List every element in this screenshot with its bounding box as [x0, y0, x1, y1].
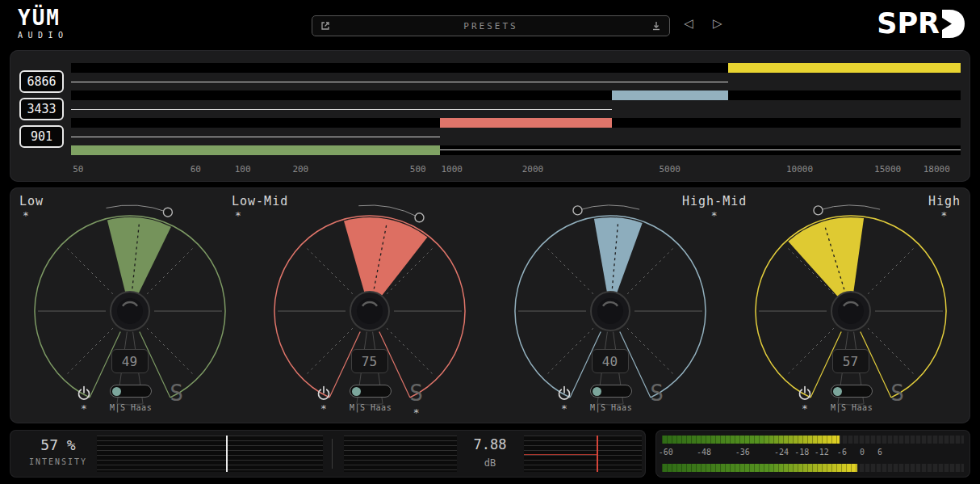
band-track-low[interactable]: [71, 145, 961, 155]
band-dial-high-mid: 40 * M|S Haas S: [490, 187, 730, 423]
crossover-freq-box-high[interactable]: 6866: [19, 70, 64, 93]
spread-value-high-mid[interactable]: 40: [592, 349, 629, 373]
header-bar: YÜM AUDIO PRESETS ◁ ▷ SPR: [0, 0, 980, 50]
ms-haas-toggle[interactable]: [350, 385, 392, 398]
meter-scale-label: 0: [860, 448, 865, 457]
crossover-freq-value: 6866: [27, 74, 56, 89]
solo-button[interactable]: S: [650, 382, 664, 405]
frequency-tick: 60: [191, 164, 201, 175]
spread-dials-panel: Low * Low-Mid * High-Mid * High * 49: [10, 187, 970, 423]
band-segment-low[interactable]: [71, 145, 440, 155]
next-preset-button[interactable]: ▷: [713, 18, 722, 30]
band-dial-low-mid: 75 * M|S Haas S *: [249, 187, 489, 423]
frequency-tick: 15000: [874, 164, 901, 175]
output-meter-panel: -60 -48 -36 -24 -18 -12 -6 0 6: [655, 430, 970, 478]
gain-slider-handle[interactable]: [597, 436, 598, 472]
power-star: *: [561, 403, 567, 414]
spread-value-low[interactable]: 49: [111, 349, 149, 373]
frequency-tick: 5000: [659, 164, 681, 175]
crossover-guide-line: [71, 82, 728, 82]
ms-haas-toggle[interactable]: [831, 385, 873, 398]
band-dial-low: 49 * M|S Haas S: [10, 187, 249, 423]
presets-bar[interactable]: PRESETS: [312, 15, 670, 36]
crossover-freq-value: 901: [31, 129, 52, 144]
power-star: *: [802, 403, 808, 414]
power-star: *: [320, 403, 327, 414]
export-preset-icon[interactable]: [319, 19, 332, 32]
power-button[interactable]: [797, 385, 813, 401]
logo-text: YÜM: [18, 7, 69, 28]
frequency-crossover-panel: 6866 3433 901 50 60 100 200 500: [10, 50, 970, 182]
footer-controls: 57 % INTENSITY 7.88 dB: [10, 430, 646, 478]
intensity-label: INTENSITY: [21, 457, 95, 466]
meter-scale: -60 -48 -36 -24 -18 -12 -6 0 6: [662, 445, 964, 461]
toggle-labels: M|S Haas: [110, 403, 152, 412]
crossover-freq-box-low[interactable]: 901: [19, 125, 64, 148]
gain-slider-right[interactable]: [524, 436, 642, 472]
yum-audio-logo: YÜM AUDIO: [18, 7, 69, 40]
prev-preset-button[interactable]: ◁: [684, 18, 693, 30]
intensity-value: 57 %: [21, 436, 95, 453]
meter-scale-label: -6: [837, 448, 847, 457]
intensity-slider[interactable]: [97, 436, 323, 472]
power-button[interactable]: [76, 385, 92, 401]
power-star: *: [81, 403, 87, 414]
power-button[interactable]: [556, 385, 572, 401]
sprd-plugin-window: YÜM AUDIO PRESETS ◁ ▷ SPR: [0, 0, 980, 484]
frequency-tick: 100: [235, 164, 251, 175]
ms-haas-toggle[interactable]: [110, 385, 152, 398]
logo-subtext: AUDIO: [18, 31, 69, 40]
power-button[interactable]: [316, 385, 332, 401]
frequency-tick: 50: [73, 164, 83, 175]
band-track-high-mid[interactable]: [71, 90, 961, 100]
toggle-knob: [833, 387, 842, 396]
sprd-logo: SPR: [877, 9, 965, 39]
crossover-freq-value: 3433: [27, 102, 56, 116]
spread-value-low-mid[interactable]: 75: [351, 349, 388, 373]
ms-haas-toggle[interactable]: [590, 385, 632, 398]
frequency-tick: 500: [410, 164, 426, 175]
solo-button[interactable]: S: [170, 382, 183, 405]
presets-dropdown[interactable]: PRESETS: [332, 21, 650, 32]
gain-unit-label: dB: [457, 457, 523, 469]
band-segment-low-mid[interactable]: [440, 118, 612, 128]
band-dial-high: 57 * M|S Haas S: [731, 187, 970, 423]
import-preset-icon[interactable]: [650, 19, 663, 32]
gain-value: 7.88: [457, 436, 523, 452]
meter-scale-label: -18: [794, 448, 809, 457]
frequency-tick: 10000: [786, 164, 813, 175]
band-track-low-mid[interactable]: [71, 118, 961, 128]
toggle-labels: M|S Haas: [831, 403, 873, 412]
gain-slider-left[interactable]: [344, 436, 457, 472]
footer-divider: [332, 439, 333, 469]
toggle-labels: M|S Haas: [350, 403, 392, 412]
band-segment-high-mid[interactable]: [612, 90, 728, 100]
band-controls: * M|S Haas S: [731, 385, 970, 418]
band-segment-high[interactable]: [728, 63, 961, 73]
intensity-slider-handle[interactable]: [226, 436, 228, 472]
toggle-knob: [112, 387, 121, 396]
crossover-guide-line: [440, 149, 961, 150]
meter-scale-label: -36: [735, 448, 750, 457]
crossover-freq-box-mid[interactable]: 3433: [19, 98, 64, 120]
solo-button[interactable]: S: [890, 382, 904, 405]
meter-scale-label: -60: [659, 448, 673, 457]
gain-readout: 7.88 dB: [457, 436, 523, 469]
band-track-high[interactable]: [71, 63, 961, 73]
meter-scale-label: -24: [774, 448, 789, 457]
intensity-readout: 57 % INTENSITY: [21, 436, 95, 466]
spread-value-high[interactable]: 57: [832, 349, 869, 373]
crossover-guide-line: [71, 109, 612, 110]
frequency-tick: 200: [292, 164, 308, 175]
crossover-guide-line: [71, 137, 440, 137]
sprd-logo-d-glyph: [941, 9, 965, 39]
band-controls: * M|S Haas S: [490, 385, 730, 418]
band-controls: * M|S Haas S *: [249, 385, 489, 418]
frequency-tick: 2000: [522, 164, 544, 175]
toggle-knob: [352, 387, 361, 396]
solo-button[interactable]: S: [409, 382, 423, 405]
meter-scale-label: 6: [877, 448, 882, 457]
meter-scale-label: -12: [815, 448, 829, 457]
solo-star: *: [413, 407, 420, 418]
frequency-tick: 18000: [923, 164, 950, 175]
